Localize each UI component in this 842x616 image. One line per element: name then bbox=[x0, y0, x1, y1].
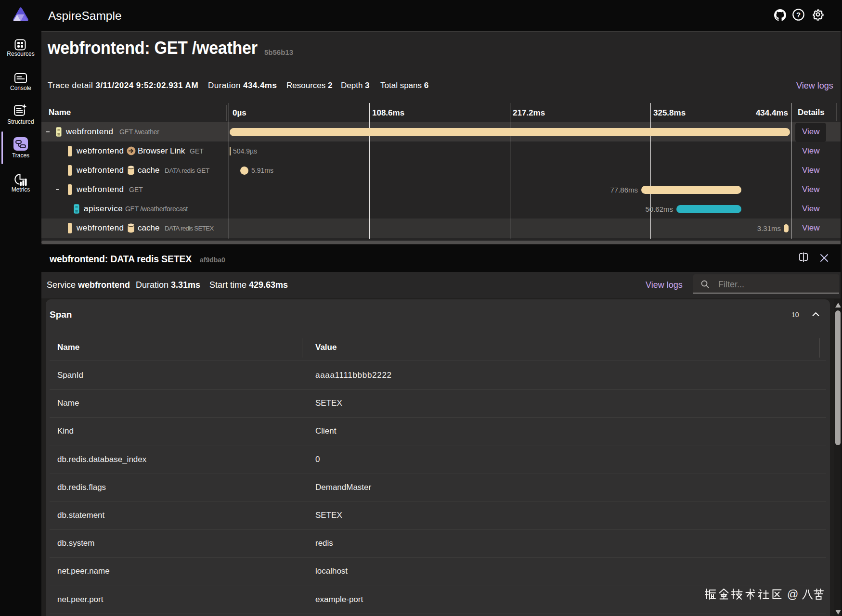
svg-text:?: ? bbox=[796, 11, 801, 19]
svg-text:@: @ bbox=[787, 588, 798, 601]
